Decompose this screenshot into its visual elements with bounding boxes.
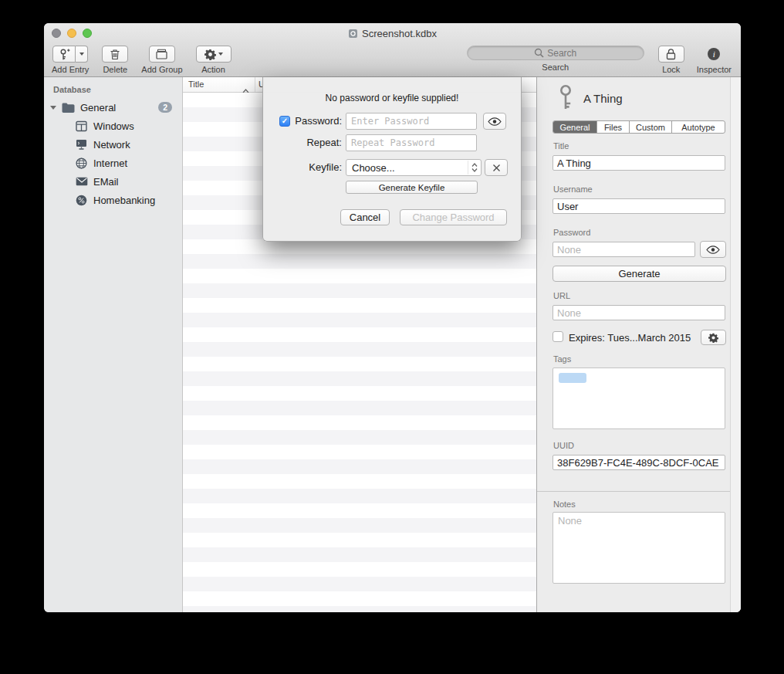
popup-chevrons-icon (468, 161, 480, 174)
search-item: Search Search (467, 46, 644, 72)
delete-button[interactable] (102, 46, 128, 63)
inspector-scrollbar[interactable] (730, 77, 741, 612)
sidebar-item-homebanking[interactable]: Homebanking (44, 191, 182, 209)
sidebar-item-network[interactable]: Network (44, 135, 182, 154)
inspector-item: i Inspector (697, 46, 732, 74)
window-header: Screenshot.kdbx Add Entry (44, 23, 741, 77)
percent-coin-icon (74, 195, 89, 206)
key-icon (556, 84, 576, 113)
sidebar-item-email[interactable]: EMail (44, 172, 182, 191)
add-entry-dropdown[interactable] (76, 46, 88, 63)
tags-label: Tags (553, 354, 571, 364)
expires-checkbox[interactable] (553, 331, 563, 342)
traffic-lights (52, 29, 92, 38)
action-button[interactable] (196, 46, 231, 63)
sidebar-header: Database (44, 77, 182, 98)
tab-custom[interactable]: Custom (630, 121, 672, 133)
terminal-icon (74, 139, 89, 150)
titlebar[interactable]: Screenshot.kdbx (44, 23, 741, 43)
password-field[interactable] (553, 242, 695, 257)
add-entry-item: Add Entry (52, 46, 89, 74)
show-password-button[interactable] (700, 241, 726, 258)
add-entry-button[interactable] (52, 46, 76, 63)
title-field[interactable] (553, 155, 725, 171)
close-button[interactable] (52, 29, 61, 38)
notes-field[interactable] (553, 512, 725, 584)
title-field-label: Title (553, 141, 569, 151)
minimize-button[interactable] (67, 29, 76, 38)
window-title-area: Screenshot.kdbx (348, 28, 437, 39)
add-group-button[interactable] (149, 46, 175, 63)
globe-icon (74, 157, 89, 169)
action-label: Action (201, 65, 225, 74)
zoom-button[interactable] (83, 29, 92, 38)
expires-label: Expires: Tues...March 2015 (569, 332, 691, 344)
eye-icon (488, 117, 502, 126)
repeat-row: Repeat: (263, 134, 521, 151)
inspector-button[interactable]: i (708, 46, 720, 63)
delete-item: Delete (102, 46, 128, 74)
sidebar-item-internet[interactable]: Internet (44, 154, 182, 172)
lock-icon (666, 48, 676, 60)
password-input[interactable] (346, 113, 477, 130)
disclosure-triangle-icon[interactable] (50, 106, 56, 110)
folder-icon (61, 103, 76, 113)
close-x-icon (492, 164, 501, 172)
url-field[interactable] (553, 305, 725, 320)
group-box-icon (156, 49, 167, 59)
lock-button[interactable] (658, 46, 684, 63)
search-input[interactable]: Search (467, 46, 644, 60)
repeat-label: Repeat: (263, 134, 342, 151)
document-icon (348, 29, 358, 39)
column-divider[interactable] (255, 77, 255, 92)
generate-password-button[interactable]: Generate (553, 266, 726, 282)
keyfile-popup[interactable]: Choose... (346, 159, 482, 176)
notes-label: Notes (553, 500, 576, 509)
delete-label: Delete (103, 65, 127, 74)
app-window: Screenshot.kdbx Add Entry (44, 23, 741, 612)
password-label: Password: (263, 113, 342, 130)
show-password-button[interactable] (483, 113, 506, 130)
info-icon: i (708, 48, 720, 60)
column-header-title[interactable]: Title (188, 80, 204, 89)
username-field-label: Username (553, 185, 593, 194)
sidebar: Database General 2 Windows Network (44, 77, 183, 612)
chevron-down-icon (79, 52, 84, 56)
expires-settings-button[interactable] (701, 330, 726, 345)
group-label: Windows (93, 120, 134, 132)
eye-icon (706, 246, 720, 254)
clear-keyfile-button[interactable] (485, 159, 508, 176)
key-plus-icon (58, 48, 70, 61)
inspector-panel: A Thing General Files Custom Autotype Ti… (536, 77, 741, 612)
add-group-label: Add Group (141, 65, 182, 74)
change-password-button[interactable]: Change Password (400, 209, 507, 225)
envelope-icon (74, 177, 89, 186)
username-field[interactable] (553, 198, 725, 214)
entry-title: A Thing (583, 92, 623, 105)
url-field-label: URL (553, 291, 570, 300)
sidebar-item-general[interactable]: General 2 (44, 98, 182, 117)
keyfile-row: Keyfile: Choose... (263, 159, 521, 176)
uuid-field[interactable] (553, 455, 725, 470)
search-placeholder: Search (547, 48, 576, 59)
inspector-tabs: General Files Custom Autotype (553, 120, 725, 134)
tab-autotype[interactable]: Autotype (672, 121, 725, 133)
toolbar: Add Entry Delete Add Group (44, 43, 741, 76)
tag-token[interactable] (559, 373, 586, 383)
generate-keyfile-button[interactable]: Generate Keyfile (346, 181, 478, 194)
gear-icon (708, 333, 718, 343)
lock-item: Lock (658, 46, 684, 74)
tags-field[interactable] (553, 367, 725, 429)
repeat-input[interactable] (346, 134, 477, 151)
keyfile-label: Keyfile: (263, 159, 342, 176)
sidebar-item-windows[interactable]: Windows (44, 117, 182, 135)
action-item: Action (196, 46, 231, 74)
group-label: Homebanking (93, 195, 155, 206)
password-field-label: Password (553, 228, 590, 237)
add-entry-label: Add Entry (52, 65, 89, 74)
tab-files[interactable]: Files (597, 121, 630, 133)
change-password-sheet: No password or keyfile supplied! ✓ Passw… (262, 77, 522, 242)
tab-general[interactable]: General (553, 121, 597, 133)
windows-icon (74, 120, 89, 132)
cancel-button[interactable]: Cancel (340, 209, 390, 225)
